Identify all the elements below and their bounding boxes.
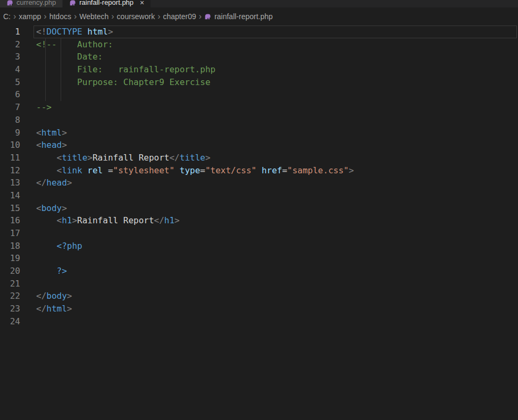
breadcrumb-item[interactable]: C:	[2, 12, 12, 21]
line-number[interactable]: 8	[0, 114, 20, 127]
code-line[interactable]: 8	[0, 114, 518, 127]
line-number[interactable]: 21	[0, 278, 20, 290]
tab-label: rainfall-report.php	[79, 0, 133, 6]
indent-guide	[45, 38, 46, 51]
code-content: Purpose: Chapter9 Exercise	[36, 76, 518, 89]
line-number[interactable]: 17	[0, 227, 20, 240]
tab-bar: currency.php rainfall-report.php×	[0, 0, 518, 7]
code-content	[36, 88, 518, 101]
code-line[interactable]: 20 ?>	[0, 265, 518, 278]
indent-guide	[61, 51, 61, 63]
php-icon	[6, 0, 13, 6]
line-number[interactable]: 5	[0, 76, 20, 89]
indent-guide	[45, 88, 46, 101]
code-line[interactable]: 13</head>	[0, 177, 518, 189]
tab-rainfall-report-php[interactable]: rainfall-report.php×	[63, 0, 151, 7]
chevron-right-icon: ›	[157, 13, 160, 20]
breadcrumb-item[interactable]: htdocs	[48, 12, 72, 21]
code-content	[36, 189, 518, 202]
code-line[interactable]: 17	[0, 227, 518, 240]
breadcrumb-item[interactable]: xampp	[18, 12, 42, 21]
indent-guide	[45, 63, 46, 76]
code-content	[36, 252, 518, 265]
line-number[interactable]: 13	[0, 177, 20, 189]
line-number[interactable]: 18	[0, 240, 20, 253]
code-line[interactable]: 19	[0, 252, 518, 265]
code-line[interactable]: 24	[0, 315, 518, 328]
code-content	[36, 278, 518, 290]
code-content: <?php	[36, 240, 518, 253]
chevron-right-icon: ›	[44, 13, 46, 20]
line-number[interactable]: 4	[0, 63, 20, 76]
code-line[interactable]: 9<html>	[0, 127, 518, 139]
line-number[interactable]: 22	[0, 290, 20, 303]
code-content: <h1>Rainfall Report</h1>	[36, 214, 518, 227]
line-number[interactable]: 9	[0, 127, 20, 139]
line-number[interactable]: 20	[0, 265, 20, 278]
code-content: -->	[36, 101, 518, 114]
breadcrumb-item[interactable]: rainfall-report.php	[213, 12, 274, 21]
line-number[interactable]: 14	[0, 189, 20, 202]
code-line[interactable]: 6	[0, 88, 518, 101]
tab-label: currency.php	[16, 0, 56, 6]
code-content: <!DOCTYPE html>	[36, 26, 518, 38]
code-line[interactable]: 10<head>	[0, 139, 518, 152]
line-number[interactable]: 23	[0, 303, 20, 315]
indent-guide	[45, 51, 46, 63]
line-number[interactable]: 16	[0, 214, 20, 227]
line-number[interactable]: 7	[0, 101, 20, 114]
indent-guide	[61, 76, 61, 89]
code-line[interactable]: 23</html>	[0, 303, 518, 315]
tab-close-icon[interactable]: ×	[140, 0, 144, 7]
tab-currency-php[interactable]: currency.php	[0, 0, 63, 7]
code-line[interactable]: 5 Purpose: Chapter9 Exercise	[0, 76, 518, 89]
line-number[interactable]: 19	[0, 252, 20, 265]
code-line[interactable]: 3 Date:	[0, 51, 518, 63]
code-line[interactable]: 18 <?php	[0, 240, 518, 253]
code-content: </html>	[36, 303, 518, 315]
line-number[interactable]: 10	[0, 139, 20, 152]
editor: 1<!DOCTYPE html>2<!-- Author:3 Date:4 Fi…	[0, 26, 518, 328]
code-content: <link rel ="stylesheet" type="text/css" …	[36, 164, 518, 177]
indent-guide	[61, 88, 61, 101]
code-content	[36, 227, 518, 240]
code-line[interactable]: 15<body>	[0, 202, 518, 215]
indent-guide	[61, 63, 61, 76]
code-line[interactable]: 22</body>	[0, 290, 518, 303]
line-number[interactable]: 1	[0, 26, 20, 38]
line-number[interactable]: 2	[0, 38, 20, 51]
line-number[interactable]: 3	[0, 51, 20, 63]
php-icon	[69, 0, 76, 6]
code-line[interactable]: 1<!DOCTYPE html>	[0, 26, 518, 38]
line-number[interactable]: 6	[0, 88, 20, 101]
code-line[interactable]: 11 <title>Rainfall Report</title>	[0, 152, 518, 164]
indent-guide	[45, 76, 46, 89]
breadcrumb-item[interactable]: coursework	[116, 12, 156, 21]
code-content: <head>	[36, 139, 518, 152]
line-number[interactable]: 15	[0, 202, 20, 215]
code-line[interactable]: 14	[0, 189, 518, 202]
code-content	[36, 114, 518, 127]
code-line[interactable]: 21	[0, 278, 518, 290]
code-content	[36, 315, 518, 328]
breadcrumb-item[interactable]: Webtech	[78, 12, 110, 21]
indent-guide	[61, 38, 61, 51]
breadcrumb-item[interactable]: chapter09	[162, 12, 197, 21]
code-content: ?>	[36, 265, 518, 278]
code-content: </head>	[36, 177, 518, 189]
chevron-right-icon: ›	[13, 13, 16, 20]
code-line[interactable]: 12 <link rel ="stylesheet" type="text/cs…	[0, 164, 518, 177]
line-number[interactable]: 12	[0, 164, 20, 177]
breadcrumb: C:›xampp›htdocs›Webtech›coursework›chapt…	[0, 7, 518, 26]
code-line[interactable]: 7-->	[0, 101, 518, 114]
line-number[interactable]: 11	[0, 152, 20, 164]
chevron-right-icon: ›	[111, 13, 114, 20]
chevron-right-icon: ›	[199, 13, 202, 20]
code-line[interactable]: 4 File: rainfall-report.php	[0, 63, 518, 76]
line-number[interactable]: 24	[0, 315, 20, 328]
code-content: <!-- Author:	[36, 38, 518, 51]
code-line[interactable]: 16 <h1>Rainfall Report</h1>	[0, 214, 518, 227]
code-content: <title>Rainfall Report</title>	[36, 152, 518, 164]
code-line[interactable]: 2<!-- Author:	[0, 38, 518, 51]
code-content: File: rainfall-report.php	[36, 63, 518, 76]
